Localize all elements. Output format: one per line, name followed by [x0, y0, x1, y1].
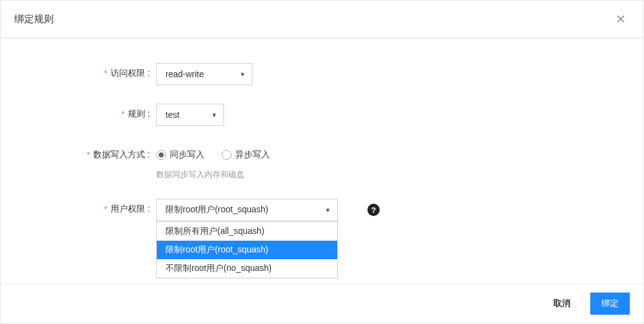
select-value: read-write — [165, 69, 204, 79]
dropdown-option-root-squash[interactable]: 限制root用户(root_squash) — [157, 241, 337, 259]
dropdown-user-permission: 限制所有用户(all_squash) 限制root用户(root_squash)… — [156, 222, 338, 278]
control-write-mode: 同步写入 异步写入 数据同步写入内存和磁盘 — [156, 144, 270, 180]
help-text-write-mode: 数据同步写入内存和磁盘 — [156, 169, 245, 180]
radio-group-write-mode: 同步写入 异步写入 — [156, 144, 270, 160]
select-value: test — [165, 110, 180, 120]
cancel-button[interactable]: 取消 — [542, 293, 582, 315]
radio-checked-icon — [156, 150, 166, 160]
help-icon[interactable]: ? — [367, 204, 380, 216]
modal-title: 绑定规则 — [14, 13, 54, 26]
required-star-icon: * — [104, 69, 107, 78]
form-row-access-permission: * 访问权限 : read-write ▼ — [13, 63, 631, 85]
form-row-write-mode: * 数据写入方式 : 同步写入 异步写入 数据同步写入内存和磁盘 — [13, 144, 631, 180]
modal-header: 绑定规则 ✕ — [1, 1, 643, 38]
chevron-down-icon: ▼ — [325, 207, 331, 214]
radio-label: 同步写入 — [170, 149, 204, 160]
select-access-permission[interactable]: read-write ▼ — [156, 63, 253, 85]
select-rule[interactable]: test ▼ — [156, 104, 224, 126]
required-star-icon: * — [104, 205, 107, 214]
control-user-permission: 限制root用户(root_squash) ▼ 限制所有用户(all_squas… — [156, 199, 338, 221]
chevron-down-icon: ▼ — [240, 71, 246, 78]
required-star-icon: * — [87, 151, 90, 159]
control-rule: test ▼ — [156, 104, 224, 126]
label-user-permission: * 用户权限 : — [13, 199, 156, 215]
label-rule: * 规则 : — [13, 104, 156, 120]
label-text: 规则 : — [128, 109, 150, 118]
control-user-permission-row: 限制root用户(root_squash) ▼ 限制所有用户(all_squas… — [156, 199, 380, 221]
required-star-icon: * — [122, 110, 125, 118]
modal: 绑定规则 ✕ * 访问权限 : read-write ▼ * 规则 : — [0, 0, 644, 324]
select-user-permission[interactable]: 限制root用户(root_squash) ▼ — [156, 199, 338, 221]
close-icon[interactable]: ✕ — [612, 12, 630, 27]
dropdown-option-all-squash[interactable]: 限制所有用户(all_squash) — [157, 222, 337, 241]
chevron-down-icon: ▼ — [211, 112, 217, 118]
control-access-permission: read-write ▼ — [156, 63, 253, 85]
radio-async[interactable]: 异步写入 — [222, 149, 270, 160]
dropdown-option-no-squash[interactable]: 不限制root用户(no_squash) — [157, 259, 337, 278]
label-access-permission: * 访问权限 : — [13, 63, 156, 79]
label-text: 数据写入方式 : — [93, 149, 150, 159]
modal-body: * 访问权限 : read-write ▼ * 规则 : test ▼ — [1, 38, 643, 283]
label-text: 访问权限 : — [111, 68, 150, 78]
form-row-user-permission: * 用户权限 : 限制root用户(root_squash) ▼ 限制所有用户(… — [13, 199, 631, 221]
label-write-mode: * 数据写入方式 : — [13, 144, 156, 160]
radio-sync[interactable]: 同步写入 — [156, 149, 204, 160]
form-row-rule: * 规则 : test ▼ — [13, 104, 631, 126]
radio-label: 异步写入 — [235, 149, 270, 160]
radio-unchecked-icon — [222, 150, 232, 160]
confirm-button[interactable]: 绑定 — [590, 293, 630, 315]
modal-footer: 取消 绑定 — [1, 283, 643, 323]
label-text: 用户权限 : — [111, 204, 150, 214]
select-value: 限制root用户(root_squash) — [165, 204, 269, 215]
